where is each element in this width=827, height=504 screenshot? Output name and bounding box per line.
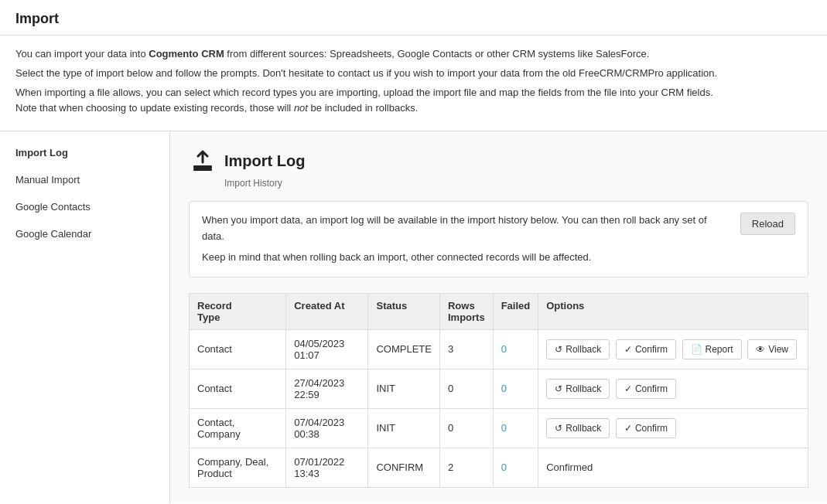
cell-status: INIT	[368, 369, 440, 408]
cell-failed: 0	[493, 369, 538, 408]
col-created-at: Created At	[286, 293, 368, 329]
cell-created-at: 07/04/2023 00:38	[286, 408, 368, 448]
sidebar-item-google-contacts[interactable]: Google Contacts	[0, 193, 169, 220]
table-row: Contact 27/04/2023 22:59 INIT 0 0 ↺ Roll…	[190, 369, 808, 408]
cell-options: Confirmed	[538, 448, 808, 487]
cell-status: INIT	[368, 408, 440, 448]
info-section: You can import your data into Cogmento C…	[0, 36, 827, 131]
confirmed-text: Confirmed	[546, 461, 593, 473]
failed-link[interactable]: 0	[501, 422, 507, 434]
confirm-button[interactable]: ✓ Confirm	[616, 339, 676, 359]
svg-rect-0	[193, 165, 212, 169]
col-failed: Failed	[493, 293, 538, 329]
italic-not: not	[294, 102, 308, 114]
table-header-row: RecordType Created At Status RowsImports…	[190, 293, 808, 329]
cell-rows-imports: 0	[439, 369, 493, 408]
cell-rows-imports: 2	[439, 448, 493, 487]
sidebar-item-import-log[interactable]: Import Log	[0, 139, 169, 166]
cell-created-at: 07/01/2022 13:43	[286, 448, 368, 487]
content-header: Import Log	[189, 147, 808, 175]
view-button[interactable]: 👁 View	[747, 339, 797, 359]
content-title: Import Log	[224, 152, 305, 170]
content-subtitle: Import History	[189, 178, 808, 189]
col-status: Status	[368, 293, 440, 329]
cell-created-at: 04/05/2023 01:07	[286, 329, 368, 369]
cell-options: ↺ Rollback ✓ Confirm 📄 Report 👁	[538, 329, 808, 369]
failed-link[interactable]: 0	[501, 343, 507, 355]
svg-rect-1	[193, 169, 212, 171]
sidebar-item-google-calendar[interactable]: Google Calendar	[0, 220, 169, 247]
check-icon: ✓	[624, 344, 632, 355]
info-box-line-1: When you import data, an import log will…	[202, 213, 728, 245]
table-row: Contact, Company 07/04/2023 00:38 INIT 0…	[190, 408, 808, 448]
info-line-1: You can import your data into Cogmento C…	[15, 46, 812, 63]
import-log-table: RecordType Created At Status RowsImports…	[189, 293, 808, 488]
info-box-text: When you import data, an import log will…	[202, 213, 728, 265]
upload-icon	[189, 147, 217, 175]
cell-options: ↺ Rollback ✓ Confirm	[538, 408, 808, 448]
view-icon: 👁	[756, 344, 765, 355]
rollback-icon: ↺	[555, 383, 562, 394]
report-icon: 📄	[691, 344, 702, 355]
col-options: Options	[538, 293, 808, 329]
confirm-button[interactable]: ✓ Confirm	[616, 379, 676, 399]
cell-created-at: 27/04/2023 22:59	[286, 369, 368, 408]
brand-name: Cogmento CRM	[149, 48, 224, 60]
page-header: Import	[0, 0, 827, 36]
cell-record-type: Company, Deal, Product	[190, 448, 286, 487]
sidebar-item-manual-import[interactable]: Manual Import	[0, 166, 169, 193]
cell-record-type: Contact, Company	[190, 408, 286, 448]
cell-rows-imports: 0	[439, 408, 493, 448]
failed-link[interactable]: 0	[501, 461, 507, 473]
info-box: When you import data, an import log will…	[189, 201, 808, 277]
info-line-2: Select the type of import below and foll…	[15, 66, 812, 82]
cell-options: ↺ Rollback ✓ Confirm	[538, 369, 808, 408]
table-row: Contact 04/05/2023 01:07 COMPLETE 3 0 ↺ …	[190, 329, 808, 369]
cell-record-type: Contact	[190, 329, 286, 369]
cell-failed: 0	[493, 448, 538, 487]
rollback-button[interactable]: ↺ Rollback	[546, 418, 610, 438]
rollback-icon: ↺	[555, 344, 562, 355]
check-icon: ✓	[624, 383, 632, 394]
info-box-line-2: Keep in mind that when rolling back an i…	[202, 250, 728, 266]
content-area: Import Log Import History When you impor…	[170, 131, 827, 502]
cell-failed: 0	[493, 408, 538, 448]
reload-button[interactable]: Reload	[740, 213, 795, 235]
cell-status: CONFIRM	[368, 448, 440, 487]
sidebar: Import Log Manual Import Google Contacts…	[0, 131, 170, 502]
report-button[interactable]: 📄 Report	[682, 339, 742, 359]
failed-link[interactable]: 0	[501, 383, 507, 394]
main-layout: Import Log Manual Import Google Contacts…	[0, 131, 827, 502]
confirm-button[interactable]: ✓ Confirm	[616, 418, 676, 438]
rollback-button[interactable]: ↺ Rollback	[546, 339, 610, 359]
page-title: Import	[15, 11, 812, 27]
table-row: Company, Deal, Product 07/01/2022 13:43 …	[190, 448, 808, 487]
cell-rows-imports: 3	[439, 329, 493, 369]
cell-status: COMPLETE	[368, 329, 440, 369]
info-line-3: When importing a file allows, you can se…	[15, 85, 812, 117]
col-rows-imports: RowsImports	[439, 293, 493, 329]
col-record-type: RecordType	[190, 293, 286, 329]
cell-record-type: Contact	[190, 369, 286, 408]
cell-failed: 0	[493, 329, 538, 369]
rollback-button[interactable]: ↺ Rollback	[546, 379, 610, 399]
rollback-icon: ↺	[555, 423, 562, 434]
check-icon: ✓	[624, 423, 632, 434]
